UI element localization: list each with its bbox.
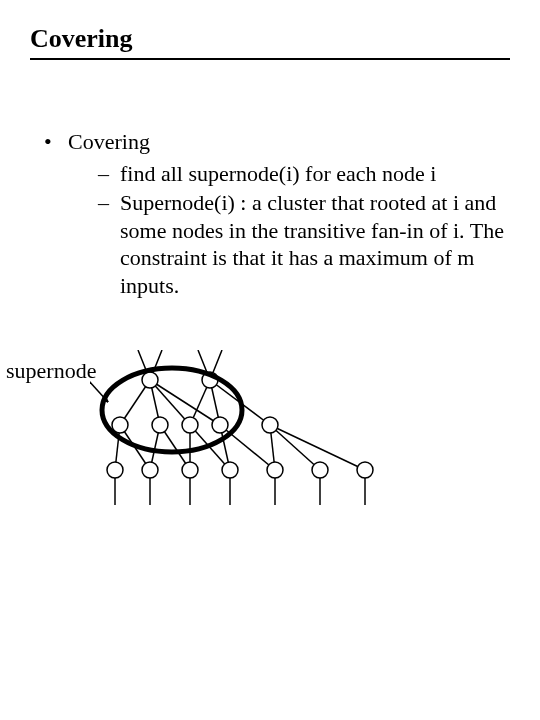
slide: Covering Covering find all supernode(i) … bbox=[0, 0, 540, 720]
svg-point-32 bbox=[152, 417, 168, 433]
title-block: Covering bbox=[30, 24, 510, 60]
svg-point-39 bbox=[222, 462, 238, 478]
svg-point-42 bbox=[357, 462, 373, 478]
content-block: Covering find all supernode(i) for each … bbox=[40, 128, 510, 305]
svg-line-44 bbox=[90, 380, 108, 402]
svg-point-35 bbox=[262, 417, 278, 433]
dash-list: find all supernode(i) for each node i Su… bbox=[68, 160, 510, 300]
diagram-label: supernode bbox=[6, 358, 96, 384]
svg-point-29 bbox=[142, 372, 158, 388]
supernode-diagram bbox=[90, 350, 410, 550]
svg-point-33 bbox=[182, 417, 198, 433]
title-underline bbox=[30, 58, 510, 60]
bullet-item: Covering find all supernode(i) for each … bbox=[40, 128, 510, 299]
svg-point-36 bbox=[107, 462, 123, 478]
svg-point-43 bbox=[102, 368, 242, 452]
slide-title: Covering bbox=[30, 24, 510, 54]
svg-point-40 bbox=[267, 462, 283, 478]
bullet-list: Covering find all supernode(i) for each … bbox=[40, 128, 510, 299]
bullet-label: Covering bbox=[68, 129, 150, 154]
svg-point-41 bbox=[312, 462, 328, 478]
svg-point-31 bbox=[112, 417, 128, 433]
dash-item: Supernode(i) : a cluster that rooted at … bbox=[98, 189, 510, 299]
svg-point-34 bbox=[212, 417, 228, 433]
svg-point-37 bbox=[142, 462, 158, 478]
svg-point-38 bbox=[182, 462, 198, 478]
dash-item: find all supernode(i) for each node i bbox=[98, 160, 510, 188]
